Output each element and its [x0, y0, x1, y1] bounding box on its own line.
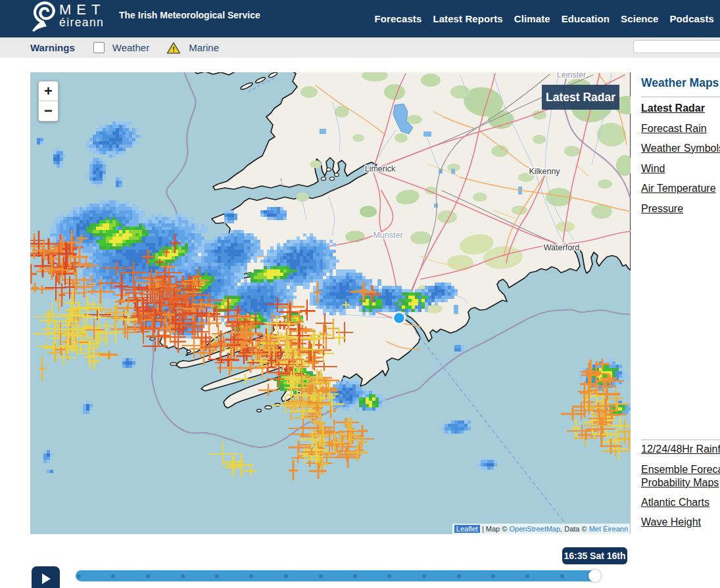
svg-text:éireann: éireann: [59, 16, 104, 29]
svg-text:Munster: Munster: [373, 231, 402, 240]
svg-text:Waterford: Waterford: [544, 243, 579, 252]
svg-text:Kilkenny: Kilkenny: [529, 167, 560, 176]
svg-text:Leinster: Leinster: [557, 72, 586, 79]
svg-text:!: !: [172, 45, 175, 53]
svg-text:Limerick: Limerick: [365, 164, 396, 173]
